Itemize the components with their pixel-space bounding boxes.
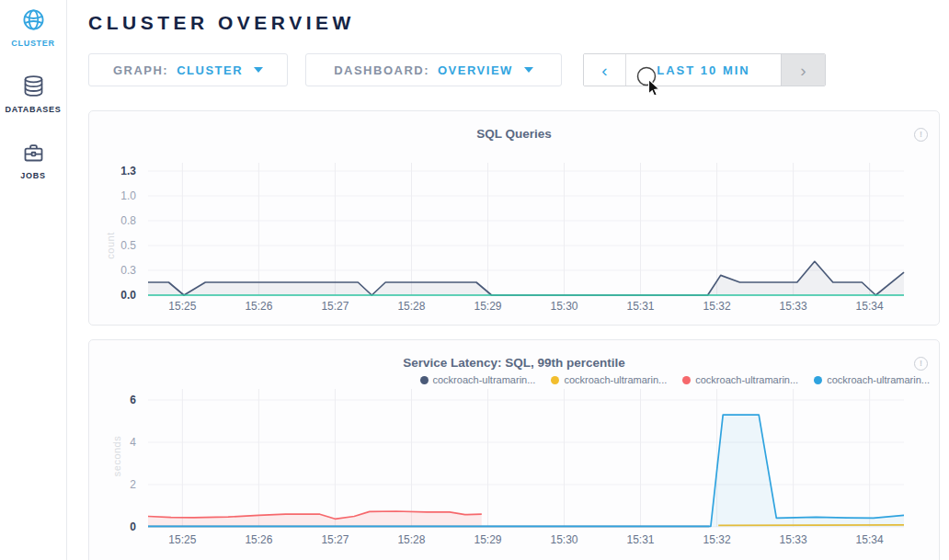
svg-text:15:27: 15:27 [321, 533, 349, 546]
time-window-next-button[interactable]: › [781, 54, 825, 86]
svg-text:0: 0 [130, 520, 136, 533]
svg-text:15:26: 15:26 [245, 300, 272, 313]
chart-legend: cockroach-ultramarin...cockroach-ultrama… [89, 374, 939, 385]
chart-title: Service Latency: SQL, 99th percentile [89, 340, 939, 370]
dashboard-dropdown-value: OVERVIEW [438, 63, 513, 77]
legend-item[interactable]: cockroach-ultramarin... [420, 374, 536, 385]
legend-label: cockroach-ultramarin... [564, 374, 667, 385]
svg-text:15:30: 15:30 [550, 533, 577, 546]
svg-text:4: 4 [130, 436, 136, 449]
graph-dropdown-value: CLUSTER [177, 63, 243, 77]
page-title: CLUSTER OVERVIEW [88, 0, 949, 34]
legend-item[interactable]: cockroach-ultramarin... [814, 374, 930, 385]
svg-text:15:26: 15:26 [245, 533, 272, 546]
legend-dot-icon [551, 376, 559, 384]
svg-text:15:29: 15:29 [474, 533, 501, 546]
svg-text:15:33: 15:33 [780, 300, 807, 313]
legend-item[interactable]: cockroach-ultramarin... [682, 374, 798, 385]
info-icon[interactable]: ! [914, 128, 928, 142]
svg-text:15:28: 15:28 [397, 533, 425, 546]
graph-dropdown-label: GRAPH: [113, 63, 168, 77]
y-axis-unit-label: seconds [111, 436, 122, 476]
svg-text:15:31: 15:31 [627, 533, 655, 546]
legend-label: cockroach-ultramarin... [827, 374, 930, 385]
dashboard-dropdown-label: DASHBOARD: [334, 63, 429, 77]
svg-text:1.3: 1.3 [120, 165, 136, 177]
time-window-prev-button[interactable]: ‹ [584, 54, 626, 86]
svg-text:1.0: 1.0 [120, 189, 136, 202]
svg-text:15:31: 15:31 [627, 300, 655, 313]
svg-text:15:29: 15:29 [474, 300, 501, 313]
legend-dot-icon [682, 376, 691, 384]
service-latency-chart[interactable]: 024615:2515:2615:2715:2815:2915:3015:311… [89, 387, 939, 557]
legend-item[interactable]: cockroach-ultramarin... [551, 374, 667, 385]
databases-icon [21, 74, 46, 98]
sql-queries-chart[interactable]: 0.00.30.50.81.01.315:2515:2615:2715:2815… [89, 143, 939, 319]
controls-bar: GRAPH: CLUSTER DASHBOARD: OVERVIEW ‹ LAS… [88, 53, 949, 86]
caret-down-icon [524, 67, 533, 73]
sidebar-item-label: JOBS [20, 171, 45, 180]
svg-text:15:34: 15:34 [856, 300, 884, 313]
svg-text:15:33: 15:33 [780, 533, 807, 546]
svg-text:0.5: 0.5 [120, 239, 136, 252]
sidebar: CLUSTER DATABASES JOBS [0, 0, 67, 560]
svg-text:15:30: 15:30 [550, 300, 577, 313]
svg-text:0.3: 0.3 [120, 264, 136, 277]
service-latency-panel: Service Latency: SQL, 99th percentile ! … [88, 339, 940, 560]
info-icon[interactable]: ! [914, 357, 928, 371]
sql-queries-panel: SQL Queries ! count 0.00.30.50.81.01.315… [88, 110, 940, 326]
svg-text:15:27: 15:27 [321, 300, 349, 313]
svg-text:2: 2 [130, 478, 136, 491]
svg-text:15:25: 15:25 [168, 533, 196, 546]
legend-label: cockroach-ultramarin... [433, 374, 536, 385]
time-window-selector: ‹ LAST 10 MIN › [583, 53, 826, 86]
svg-text:15:28: 15:28 [397, 300, 425, 313]
y-axis-unit-label: count [105, 232, 116, 258]
chart-title: SQL Queries [89, 111, 939, 141]
main-content: CLUSTER OVERVIEW GRAPH: CLUSTER DASHBOAR… [67, 0, 949, 560]
sidebar-item-jobs[interactable]: JOBS [20, 140, 45, 180]
globe-icon [21, 7, 46, 32]
graph-dropdown[interactable]: GRAPH: CLUSTER [88, 53, 288, 86]
caret-down-icon [254, 67, 263, 73]
sidebar-item-databases[interactable]: DATABASES [6, 74, 62, 114]
svg-text:0.8: 0.8 [120, 214, 136, 227]
sidebar-item-label: DATABASES [6, 105, 62, 114]
time-window-label[interactable]: LAST 10 MIN [626, 54, 781, 86]
svg-text:15:32: 15:32 [703, 533, 731, 546]
svg-text:15:34: 15:34 [856, 533, 884, 546]
svg-text:15:25: 15:25 [168, 300, 196, 313]
sidebar-item-label: CLUSTER [11, 39, 54, 48]
sidebar-item-cluster[interactable]: CLUSTER [11, 7, 54, 48]
legend-dot-icon [420, 376, 429, 384]
legend-dot-icon [814, 376, 822, 384]
dashboard-dropdown[interactable]: DASHBOARD: OVERVIEW [305, 53, 562, 86]
svg-text:15:32: 15:32 [703, 300, 731, 313]
briefcase-icon [21, 140, 46, 165]
legend-label: cockroach-ultramarin... [695, 374, 798, 385]
svg-text:6: 6 [130, 394, 136, 406]
svg-text:0.0: 0.0 [120, 289, 136, 302]
